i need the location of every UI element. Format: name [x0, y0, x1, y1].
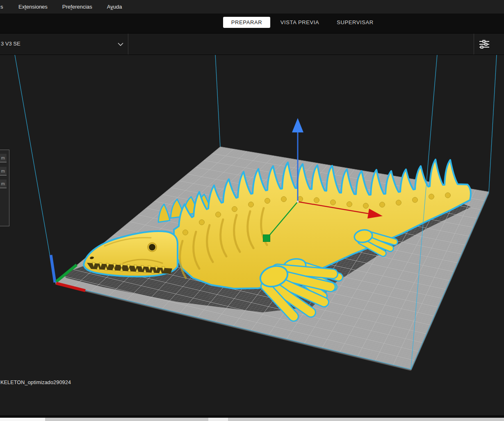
scrollbar-segment[interactable]: [0, 418, 45, 421]
stage-tab-bar: PREPARAR VISTA PREVIA SUPERVISAR: [0, 14, 504, 33]
menu-item-extensiones[interactable]: Extensiones: [11, 4, 55, 10]
filename-label: KELETON_optimizado290924: [0, 380, 71, 385]
gizmo-y-handle: [263, 235, 270, 242]
menu-item-ayuda[interactable]: Ayuda: [100, 4, 130, 10]
tab-preparar[interactable]: PREPARAR: [223, 17, 270, 28]
chevron-down-icon: [118, 43, 123, 46]
material-selector-button[interactable]: [128, 34, 473, 55]
tool-settings-panel: m m m: [0, 150, 9, 226]
tab-supervisar[interactable]: SUPERVISAR: [332, 17, 378, 28]
move-x-field[interactable]: m: [0, 154, 7, 162]
build-plate-scene[interactable]: [0, 55, 504, 415]
menu-item-partial[interactable]: s: [0, 4, 11, 10]
bottom-scrollbar[interactable]: [0, 418, 504, 421]
tab-vista-previa[interactable]: VISTA PREVIA: [277, 17, 322, 28]
print-settings-button[interactable]: [474, 34, 504, 55]
scrollbar-segment[interactable]: [208, 418, 228, 421]
move-y-field[interactable]: m: [0, 167, 7, 175]
window-menu-bar: s Extensiones Preferencias Ayuda: [0, 0, 504, 14]
move-z-field[interactable]: m: [0, 180, 7, 188]
configuration-toolbar: 3 V3 SE 1 OctoFiber PLA 0.4mm Nozzle Sta…: [0, 33, 504, 55]
menu-item-preferencias[interactable]: Preferencias: [55, 4, 100, 10]
printer-selector-button[interactable]: 3 V3 SE: [0, 34, 128, 55]
sliders-icon: [479, 40, 490, 49]
viewport-3d[interactable]: [0, 55, 504, 415]
printer-name: 3 V3 SE: [1, 41, 21, 47]
